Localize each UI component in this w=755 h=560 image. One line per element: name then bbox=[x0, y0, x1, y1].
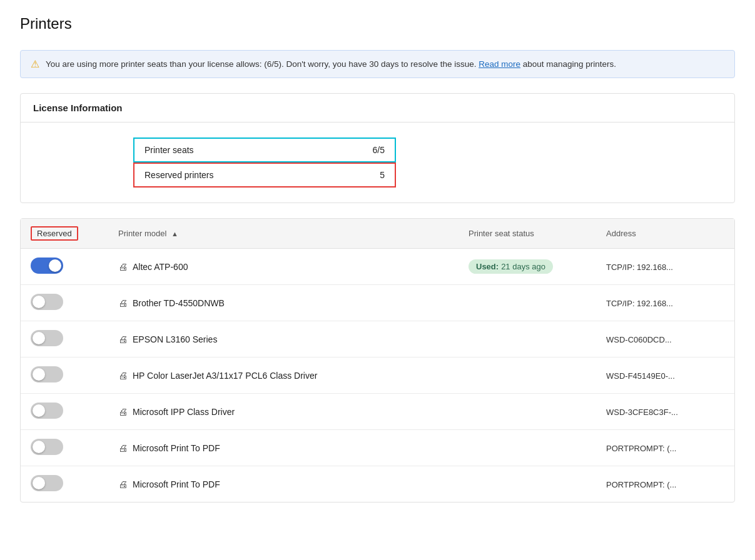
reserved-toggle[interactable] bbox=[31, 475, 63, 491]
cell-address: TCP/IP: 192.168... bbox=[596, 249, 734, 285]
status-header-label: Printer seat status bbox=[469, 229, 534, 238]
table-header-row: Reserved Printer model ▲ Printer seat st… bbox=[21, 219, 734, 249]
license-card-header: License Information bbox=[21, 94, 734, 122]
toggle-thumb bbox=[49, 259, 61, 272]
cell-address: TCP/IP: 192.168... bbox=[596, 285, 734, 321]
cell-model: 🖨EPSON L3160 Series bbox=[108, 321, 459, 358]
address-value: PORTPROMPT: (... bbox=[606, 480, 676, 489]
printer-model-name: EPSON L3160 Series bbox=[133, 334, 217, 344]
table-row: 🖨Microsoft Print To PDFPORTPROMPT: (... bbox=[21, 466, 734, 502]
printer-icon: 🖨 bbox=[118, 479, 128, 489]
address-value: WSD-C060DCD... bbox=[606, 335, 672, 344]
cell-seat-status: Used: 21 days ago bbox=[459, 249, 596, 285]
reserved-printers-label: Reserved printers bbox=[144, 170, 214, 180]
printer-icon: 🖨 bbox=[118, 261, 128, 272]
reserved-printers-value: 5 bbox=[380, 170, 385, 180]
toggle-thumb bbox=[33, 368, 45, 381]
status-badge-label: Used: bbox=[476, 262, 499, 271]
license-card-body: Printer seats 6/5 Reserved printers 5 bbox=[21, 122, 734, 202]
cell-model: 🖨Altec ATP-600 bbox=[108, 249, 459, 285]
cell-reserved bbox=[21, 430, 108, 466]
toggle-thumb bbox=[33, 441, 45, 453]
printer-icon: 🖨 bbox=[118, 442, 128, 453]
warning-banner: ⚠ You are using more printer seats than … bbox=[20, 50, 735, 78]
table-row: 🖨Microsoft Print To PDFPORTPROMPT: (... bbox=[21, 430, 734, 466]
printer-model-name: HP Color LaserJet A3/11x17 PCL6 Class Dr… bbox=[133, 371, 317, 381]
cell-reserved bbox=[21, 249, 108, 285]
reserved-toggle[interactable] bbox=[31, 330, 63, 346]
cell-reserved bbox=[21, 358, 108, 394]
toggle-thumb bbox=[33, 477, 45, 489]
toggle-thumb bbox=[33, 332, 45, 344]
table-wrapper: Reserved Printer model ▲ Printer seat st… bbox=[21, 219, 734, 502]
reserved-toggle[interactable] bbox=[31, 402, 63, 419]
address-value: TCP/IP: 192.168... bbox=[606, 262, 673, 272]
table-row: 🖨Altec ATP-600Used: 21 days agoTCP/IP: 1… bbox=[21, 249, 734, 285]
address-value: PORTPROMPT: (... bbox=[606, 444, 676, 453]
cell-seat-status bbox=[459, 285, 596, 321]
reserved-toggle[interactable] bbox=[31, 258, 63, 274]
printers-table-card: Reserved Printer model ▲ Printer seat st… bbox=[20, 218, 735, 502]
cell-model: 🖨HP Color LaserJet A3/11x17 PCL6 Class D… bbox=[108, 358, 459, 394]
table-row: 🖨Microsoft IPP Class DriverWSD-3CFE8C3F-… bbox=[21, 394, 734, 430]
model-header-label: Printer model bbox=[118, 229, 166, 238]
cell-seat-status bbox=[459, 466, 596, 502]
address-value: WSD-3CFE8C3F-... bbox=[606, 408, 678, 417]
cell-seat-status bbox=[459, 430, 596, 466]
status-badge: Used: 21 days ago bbox=[469, 259, 553, 274]
status-badge-time: 21 days ago bbox=[501, 262, 545, 271]
warning-icon: ⚠ bbox=[31, 58, 39, 70]
license-row-printer-seats: Printer seats 6/5 bbox=[133, 138, 396, 162]
reserved-toggle[interactable] bbox=[31, 366, 63, 382]
page-wrapper: Printers ⚠ You are using more printer se… bbox=[0, 0, 755, 560]
printer-icon: 🖨 bbox=[118, 370, 128, 381]
cell-seat-status bbox=[459, 321, 596, 358]
toggle-thumb bbox=[33, 404, 45, 417]
license-row-reserved-printers: Reserved printers 5 bbox=[133, 162, 396, 188]
cell-reserved bbox=[21, 321, 108, 358]
table-row: 🖨HP Color LaserJet A3/11x17 PCL6 Class D… bbox=[21, 358, 734, 394]
cell-model: 🖨Microsoft Print To PDF bbox=[108, 430, 459, 466]
reserved-toggle[interactable] bbox=[31, 439, 63, 455]
table-row: 🖨EPSON L3160 SeriesWSD-C060DCD... bbox=[21, 321, 734, 358]
col-header-model[interactable]: Printer model ▲ bbox=[108, 219, 459, 249]
printer-seats-label: Printer seats bbox=[144, 145, 194, 155]
printers-table: Reserved Printer model ▲ Printer seat st… bbox=[21, 219, 734, 502]
cell-reserved bbox=[21, 466, 108, 502]
cell-address: WSD-3CFE8C3F-... bbox=[596, 394, 734, 430]
cell-address: WSD-C060DCD... bbox=[596, 321, 734, 358]
license-grid: Printer seats 6/5 Reserved printers 5 bbox=[133, 138, 396, 188]
printer-model-name: Microsoft Print To PDF bbox=[133, 443, 220, 453]
printer-icon: 🖨 bbox=[118, 334, 128, 344]
printer-model-name: Brother TD-4550DNWB bbox=[133, 298, 225, 308]
warning-text: You are using more printer seats than yo… bbox=[46, 59, 616, 69]
address-value: WSD-F45149E0-... bbox=[606, 371, 675, 381]
col-header-reserved[interactable]: Reserved bbox=[21, 219, 108, 249]
sort-icon: ▲ bbox=[171, 230, 178, 238]
col-header-status: Printer seat status bbox=[459, 219, 596, 249]
address-value: TCP/IP: 192.168... bbox=[606, 299, 673, 308]
cell-address: PORTPROMPT: (... bbox=[596, 430, 734, 466]
cell-reserved bbox=[21, 394, 108, 430]
address-header-label: Address bbox=[606, 229, 636, 238]
cell-model: 🖨Microsoft IPP Class Driver bbox=[108, 394, 459, 430]
cell-model: 🖨Brother TD-4550DNWB bbox=[108, 285, 459, 321]
printers-table-body: 🖨Altec ATP-600Used: 21 days agoTCP/IP: 1… bbox=[21, 249, 734, 502]
cell-address: WSD-F45149E0-... bbox=[596, 358, 734, 394]
cell-seat-status bbox=[459, 358, 596, 394]
printer-icon: 🖨 bbox=[118, 406, 128, 417]
page-title: Printers bbox=[20, 15, 735, 32]
reserved-toggle[interactable] bbox=[31, 294, 63, 310]
printer-model-name: Microsoft IPP Class Driver bbox=[133, 407, 235, 417]
printer-model-name: Microsoft Print To PDF bbox=[133, 479, 220, 489]
license-card: License Information Printer seats 6/5 Re… bbox=[20, 93, 735, 203]
printer-icon: 🖨 bbox=[118, 298, 128, 308]
cell-seat-status bbox=[459, 394, 596, 430]
reserved-header-label: Reserved bbox=[31, 226, 78, 241]
read-more-link[interactable]: Read more bbox=[479, 59, 520, 69]
cell-address: PORTPROMPT: (... bbox=[596, 466, 734, 502]
toggle-thumb bbox=[33, 296, 45, 308]
cell-model: 🖨Microsoft Print To PDF bbox=[108, 466, 459, 502]
printer-seats-value: 6/5 bbox=[373, 145, 385, 155]
cell-reserved bbox=[21, 285, 108, 321]
